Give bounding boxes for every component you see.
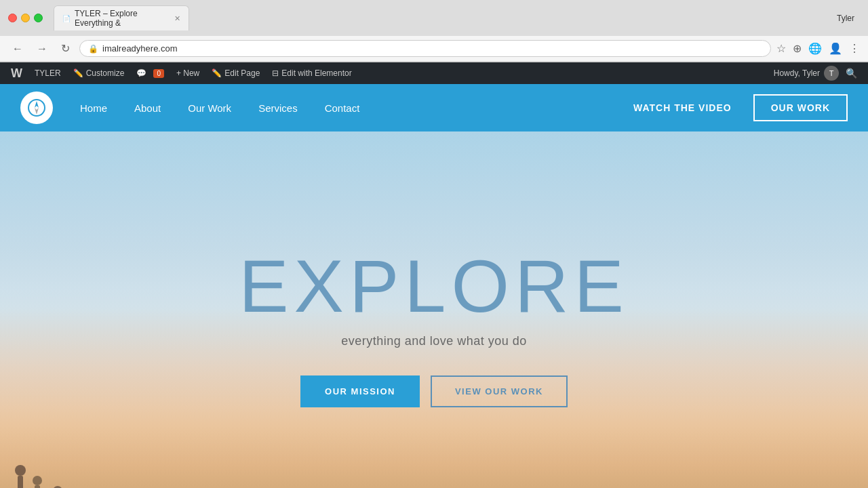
nav-home[interactable]: Home [66, 84, 121, 131]
site-header: Home About Our Work Services Contact WAT… [0, 84, 868, 131]
svg-point-8 [33, 476, 42, 485]
wp-edit-page-button[interactable]: ✏️ Edit Page [206, 62, 265, 84]
wp-avatar: T [824, 66, 839, 81]
svg-rect-5 [18, 476, 23, 488]
profile-icon[interactable]: 👤 [829, 42, 842, 55]
hero-content: EXPLORE everything and love what you do … [239, 249, 629, 407]
svg-marker-2 [35, 108, 39, 115]
elementor-label: Edit with Elementor [281, 68, 351, 78]
lock-icon: 🔒 [88, 44, 98, 54]
nav-icons: ☆ ⊕ 🌐 👤 ⋮ [776, 42, 860, 55]
chrome-icon: 🌐 [808, 42, 822, 55]
wp-admin-bar: W TYLER ✏️ Customize 💬 0 + New ✏️ Edit P… [0, 62, 868, 84]
tab-favicon: 📄 [62, 15, 71, 22]
wp-site-label: TYLER [35, 68, 61, 78]
browser-user-label: Tyler [837, 14, 860, 23]
wp-site-name[interactable]: TYLER [29, 62, 66, 84]
comments-icon: 💬 [136, 68, 146, 78]
bookmark-icon[interactable]: ☆ [776, 42, 786, 55]
refresh-button[interactable]: ↻ [57, 41, 74, 56]
wp-howdy[interactable]: Howdy, Tyler T [774, 66, 839, 81]
traffic-lights [8, 14, 43, 22]
nav-bar: ← → ↻ 🔒 imalreadyhere.com ☆ ⊕ 🌐 👤 ⋮ [0, 36, 868, 62]
wp-new-button[interactable]: + New [171, 62, 205, 84]
svg-marker-1 [35, 101, 39, 108]
title-bar: 📄 TYLER – Explore Everything & ✕ Tyler [0, 0, 868, 36]
wp-logo-button[interactable]: W [5, 62, 28, 84]
fullscreen-button[interactable] [34, 14, 43, 22]
howdy-text: Howdy, Tyler [774, 68, 820, 78]
header-right: WATCH THE VIDEO OUR WORK [623, 94, 848, 121]
wp-comments-button[interactable]: 💬 0 [131, 62, 170, 84]
wp-logo-icon: W [11, 66, 22, 81]
customize-icon: ✏️ [73, 68, 83, 78]
close-button[interactable] [8, 14, 17, 22]
watch-video-button[interactable]: WATCH THE VIDEO [623, 97, 743, 119]
hero-section: EXPLORE everything and love what you do … [0, 131, 868, 488]
hero-title: EXPLORE [239, 249, 629, 323]
edit-page-icon: ✏️ [212, 68, 222, 78]
url-text: imalreadyhere.com [102, 43, 762, 54]
nav-about[interactable]: About [121, 84, 174, 131]
elementor-icon: ⊟ [272, 68, 279, 78]
nav-services[interactable]: Services [245, 84, 311, 131]
url-bar[interactable]: 🔒 imalreadyhere.com [79, 40, 771, 57]
wp-search-icon[interactable]: 🔍 [840, 68, 863, 79]
zoom-icon[interactable]: ⊕ [793, 42, 802, 55]
hero-subtitle: everything and love what you do [239, 334, 629, 348]
tab-close-button[interactable]: ✕ [174, 14, 180, 23]
tab-title: TYLER – Explore Everything & [75, 9, 167, 28]
nav-our-work[interactable]: Our Work [174, 84, 245, 131]
tab-bar: 📄 TYLER – Explore Everything & ✕ [54, 5, 189, 30]
svg-rect-9 [35, 485, 40, 488]
our-mission-button[interactable]: OUR MISSION [300, 375, 420, 407]
header-our-work-button[interactable]: OUR WORK [753, 94, 848, 121]
compass-icon [27, 98, 46, 117]
browser-chrome: 📄 TYLER – Explore Everything & ✕ Tyler ←… [0, 0, 868, 62]
customize-label: Customize [86, 68, 125, 78]
comments-badge: 0 [153, 69, 164, 78]
site-logo[interactable] [20, 92, 53, 124]
hero-buttons: OUR MISSION VIEW OUR WORK [239, 375, 629, 407]
forward-button[interactable]: → [33, 41, 52, 56]
nav-contact[interactable]: Contact [311, 84, 374, 131]
browser-tab[interactable]: 📄 TYLER – Explore Everything & ✕ [54, 5, 189, 30]
site-nav: Home About Our Work Services Contact [66, 84, 623, 131]
menu-icon[interactable]: ⋮ [849, 42, 860, 55]
wp-customize-button[interactable]: ✏️ Customize [68, 62, 130, 84]
svg-point-4 [15, 465, 26, 476]
view-our-work-button[interactable]: VIEW OUR WORK [431, 375, 568, 407]
edit-page-label: Edit Page [224, 68, 260, 78]
people-silhouettes [0, 409, 203, 488]
wp-edit-elementor-button[interactable]: ⊟ Edit with Elementor [267, 62, 357, 84]
back-button[interactable]: ← [8, 41, 27, 56]
minimize-button[interactable] [21, 14, 30, 22]
new-label: + New [176, 68, 199, 78]
